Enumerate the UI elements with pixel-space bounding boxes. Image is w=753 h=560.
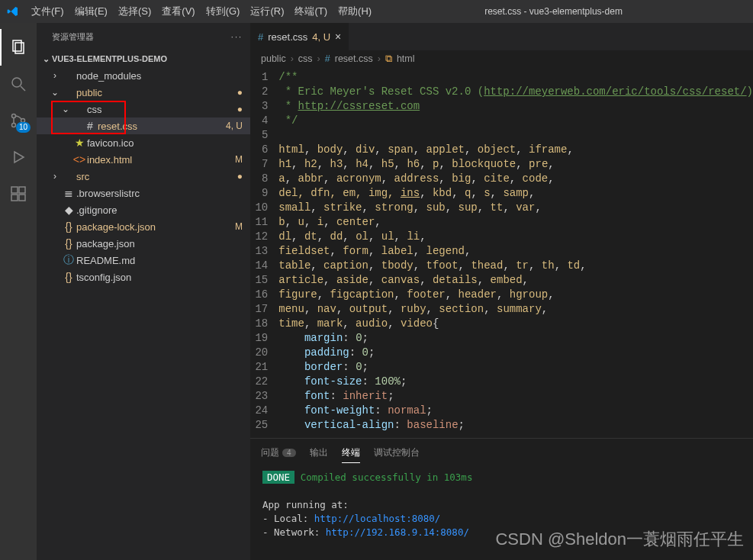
activitybar: 10 (0, 23, 37, 560)
menu-select[interactable]: 选择(S) (113, 0, 156, 23)
debug-icon[interactable] (0, 139, 37, 175)
tree-item[interactable]: ›src● (37, 168, 250, 185)
explorer-icon[interactable] (0, 29, 37, 66)
window-title: reset.css - vue3-elementplus-dem (377, 6, 730, 17)
menu-file[interactable]: 文件(F) (26, 0, 69, 23)
close-icon[interactable]: × (335, 31, 341, 43)
svg-rect-8 (11, 187, 18, 193)
menu-go[interactable]: 转到(G) (201, 0, 246, 23)
scm-badge: 10 (16, 122, 31, 133)
tree-item[interactable]: {}tsconfig.json (37, 269, 250, 285)
scm-icon[interactable]: 10 (0, 102, 37, 139)
tree-item[interactable]: ⌄css● (37, 101, 250, 117)
tab-debug-console[interactable]: 调试控制台 (374, 443, 420, 463)
svg-rect-11 (19, 187, 25, 193)
svg-rect-0 (13, 40, 21, 51)
svg-rect-1 (15, 43, 24, 53)
tab-output[interactable]: 输出 (310, 443, 328, 463)
search-icon[interactable] (0, 66, 37, 102)
sidebar-title: 资源管理器 ··· (37, 23, 250, 50)
titlebar: 文件(F) 编辑(E) 选择(S) 查看(V) 转到(G) 运行(R) 终端(T… (0, 0, 753, 23)
tree-item[interactable]: {}package-lock.jsonM (37, 218, 250, 235)
vscode-logo-icon (0, 5, 26, 18)
extensions-icon[interactable] (0, 175, 37, 212)
tab-status: 4, U (312, 31, 330, 43)
svg-rect-9 (11, 195, 18, 201)
workspace-root[interactable]: ⌄ VUE3-ELEMENTPLUS-DEMO (37, 50, 250, 67)
menu-view[interactable]: 查看(V) (156, 0, 200, 23)
line-numbers: 1234567891011121314151617181920212223242… (250, 67, 278, 438)
code-content[interactable]: /** * Eric Meyer's Reset CSS v2.0 (http:… (278, 67, 753, 438)
tree-item[interactable]: <>index.htmlM (37, 151, 250, 168)
terminal-output[interactable]: DONE Compiled successfully in 103ms App … (250, 463, 753, 560)
tree-item[interactable]: ⌄public● (37, 84, 250, 101)
svg-marker-7 (14, 152, 24, 163)
menu-help[interactable]: 帮助(H) (333, 0, 377, 23)
menu-terminal[interactable]: 终端(T) (289, 0, 333, 23)
sidebar: 资源管理器 ··· ⌄ VUE3-ELEMENTPLUS-DEMO ›node_… (37, 23, 250, 560)
tab-terminal[interactable]: 终端 (342, 443, 360, 463)
tab-bar: # reset.css 4, U × (250, 23, 753, 50)
css-file-icon: # (258, 31, 263, 43)
tab-label: reset.css (268, 31, 307, 43)
panel: 问题4 输出 终端 调试控制台 DONE Compiled successful… (250, 438, 753, 560)
menubar: 文件(F) 编辑(E) 选择(S) 查看(V) 转到(G) 运行(R) 终端(T… (26, 0, 377, 23)
panel-tabs: 问题4 输出 终端 调试控制台 (250, 439, 753, 463)
tree-item[interactable]: #reset.css4, U (37, 117, 250, 134)
svg-point-2 (12, 78, 21, 87)
tree-item[interactable]: ◆.gitignore (37, 201, 250, 218)
editor-group: # reset.css 4, U × public› css› #reset.c… (250, 23, 753, 560)
menu-run[interactable]: 运行(R) (245, 0, 289, 23)
file-tree: ›node_modules⌄public●⌄css●#reset.css4, U… (37, 67, 250, 285)
tree-item[interactable]: ★favicon.ico (37, 134, 250, 151)
svg-point-4 (12, 114, 16, 118)
tree-item[interactable]: {}package.json (37, 235, 250, 252)
tree-item[interactable]: ⓘREADME.md (37, 252, 250, 269)
svg-rect-10 (19, 195, 25, 201)
menu-edit[interactable]: 编辑(E) (69, 0, 113, 23)
tree-item[interactable]: ≣.browserslistrc (37, 185, 250, 201)
tab-problems[interactable]: 问题4 (261, 443, 296, 463)
svg-line-3 (21, 86, 25, 91)
breadcrumb[interactable]: public› css› #reset.css› ⧉html (250, 50, 753, 67)
tab-reset-css[interactable]: # reset.css 4, U × (250, 23, 349, 50)
tree-item[interactable]: ›node_modules (37, 67, 250, 84)
more-icon[interactable]: ··· (231, 32, 243, 41)
svg-point-5 (12, 124, 16, 127)
code-editor[interactable]: 1234567891011121314151617181920212223242… (250, 67, 753, 438)
